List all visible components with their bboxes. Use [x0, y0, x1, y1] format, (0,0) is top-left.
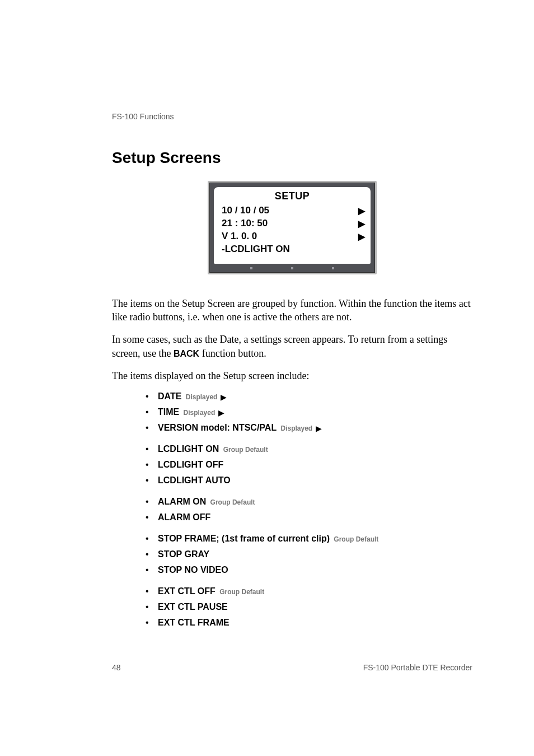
item-main-text: STOP GRAY	[158, 549, 209, 559]
triangle-right-icon: ▶	[358, 218, 365, 230]
lcd-date-text: 10 / 10 / 05	[222, 204, 269, 217]
lcd-lcdlight-text: -LCDLIGHT ON	[222, 243, 290, 256]
doc-title: FS-100 Portable DTE Recorder	[363, 663, 472, 672]
lcd-row-time: 21 : 10: 50 ▶	[219, 217, 365, 230]
para2-part-a: In some cases, such as the Date, a setti…	[112, 334, 447, 358]
setup-item: DATE Displayed▶	[146, 391, 472, 402]
item-note-text: Displayed	[184, 393, 217, 401]
page-footer: 48 FS-100 Portable DTE Recorder	[112, 663, 472, 672]
item-main-text: TIME	[158, 407, 179, 417]
setup-item: STOP GRAY	[146, 549, 472, 559]
item-main-text: DATE	[158, 391, 181, 401]
paragraph-back: In some cases, such as the Date, a setti…	[112, 333, 472, 360]
setup-item: ALARM OFF	[146, 512, 472, 522]
setup-item: STOP NO VIDEO	[146, 565, 472, 575]
triangle-right-icon: ▶	[316, 424, 322, 433]
paragraph-list-intro: The items displayed on the Setup screen …	[112, 369, 472, 382]
setup-item: EXT CTL PAUSE	[146, 602, 472, 612]
setup-item: LCDLIGHT OFF	[146, 460, 472, 470]
page-title: Setup Screens	[112, 149, 472, 167]
setup-item: LCDLIGHT AUTO	[146, 475, 472, 486]
item-main-text: LCDLIGHT OFF	[158, 460, 223, 469]
item-main-text: VERSION model: NTSC/PAL	[158, 423, 277, 432]
para2-part-b: function button.	[199, 348, 266, 359]
device-screen-figure: SETUP 10 / 10 / 05 ▶ 21 : 10: 50 ▶ V 1. …	[112, 181, 472, 274]
item-note-text: Group Default	[221, 446, 268, 454]
item-note-text: Group Default	[332, 535, 378, 543]
running-header: FS-100 Functions	[112, 112, 472, 121]
device-dots	[214, 264, 371, 270]
setup-item: ALARM ON Group Default	[146, 497, 472, 507]
item-main-text: LCDLIGHT AUTO	[158, 475, 231, 485]
item-main-text: EXT CTL OFF	[158, 586, 216, 596]
paragraph-intro: The items on the Setup Screen are groupe…	[112, 297, 472, 324]
dot-icon	[250, 267, 252, 269]
page: FS-100 Functions Setup Screens SETUP 10 …	[0, 0, 534, 667]
triangle-right-icon: ▶	[358, 205, 365, 217]
item-note-text: Group Default	[218, 588, 264, 596]
item-main-text: STOP NO VIDEO	[158, 565, 228, 575]
setup-item: EXT CTL FRAME	[146, 618, 472, 628]
setup-item: LCDLIGHT ON Group Default	[146, 444, 472, 454]
back-key-label: BACK	[174, 349, 199, 358]
lcd-time-text: 21 : 10: 50	[222, 217, 268, 230]
triangle-right-icon: ▶	[221, 393, 227, 402]
dot-icon	[291, 267, 293, 269]
triangle-right-icon: ▶	[218, 408, 224, 417]
triangle-right-icon: ▶	[358, 231, 365, 243]
dot-icon	[332, 267, 334, 269]
lcd-row-lcdlight: -LCDLIGHT ON	[219, 243, 365, 256]
lcd-panel: SETUP 10 / 10 / 05 ▶ 21 : 10: 50 ▶ V 1. …	[214, 187, 371, 264]
item-note-text: Displayed	[181, 409, 215, 417]
setup-item: EXT CTL OFF Group Default	[146, 586, 472, 596]
item-main-text: EXT CTL PAUSE	[158, 602, 228, 612]
lcd-title: SETUP	[219, 190, 365, 202]
setup-items-list: DATE Displayed▶TIME Displayed▶VERSION mo…	[112, 391, 472, 628]
lcd-row-version: V 1. 0. 0 ▶	[219, 230, 365, 243]
item-note-text: Group Default	[208, 498, 255, 506]
setup-item: STOP FRAME; (1st frame of current clip) …	[146, 534, 472, 544]
item-main-text: ALARM OFF	[158, 512, 210, 522]
item-main-text: ALARM ON	[158, 497, 206, 506]
item-main-text: EXT CTL FRAME	[158, 618, 229, 627]
device-bezel: SETUP 10 / 10 / 05 ▶ 21 : 10: 50 ▶ V 1. …	[208, 181, 377, 274]
setup-item: VERSION model: NTSC/PAL Displayed▶	[146, 423, 472, 433]
page-number: 48	[112, 663, 121, 672]
item-note-text: Displayed	[279, 424, 312, 432]
item-main-text: STOP FRAME; (1st frame of current clip)	[158, 534, 330, 543]
setup-item: TIME Displayed▶	[146, 407, 472, 417]
item-main-text: LCDLIGHT ON	[158, 444, 219, 454]
lcd-version-text: V 1. 0. 0	[222, 230, 257, 243]
lcd-row-date: 10 / 10 / 05 ▶	[219, 204, 365, 217]
